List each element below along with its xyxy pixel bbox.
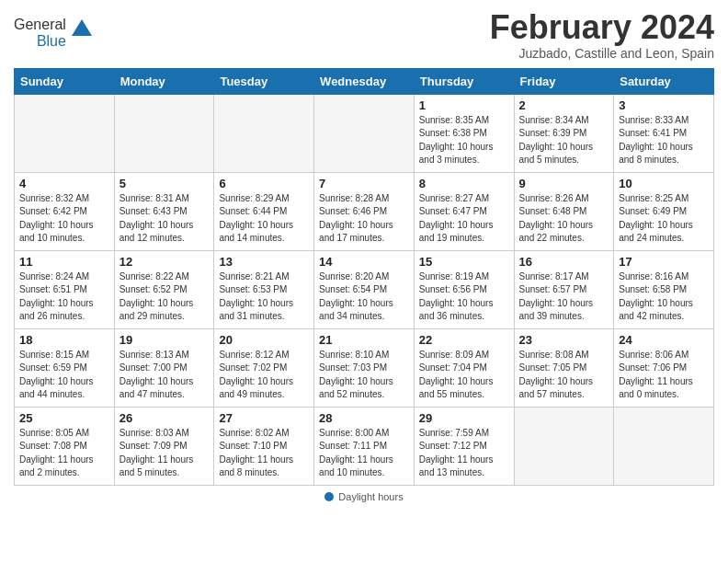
- day-cell-12: 12Sunrise: 8:22 AM Sunset: 6:52 PM Dayli…: [114, 250, 214, 328]
- day-number: 7: [319, 177, 409, 190]
- week-row-4: 18Sunrise: 8:15 AM Sunset: 6:59 PM Dayli…: [15, 328, 714, 407]
- day-number: 12: [119, 255, 210, 269]
- logo-blue-text: Blue: [37, 33, 66, 50]
- day-number: 9: [519, 177, 609, 190]
- day-info: Sunrise: 8:25 AM Sunset: 6:49 PM Dayligh…: [619, 192, 709, 246]
- empty-cell: [114, 94, 214, 172]
- day-info: Sunrise: 8:05 AM Sunset: 7:08 PM Dayligh…: [19, 427, 109, 480]
- day-cell-1: 1Sunrise: 8:35 AM Sunset: 6:38 PM Daylig…: [414, 94, 514, 172]
- day-cell-9: 9Sunrise: 8:26 AM Sunset: 6:48 PM Daylig…: [514, 172, 614, 250]
- daylight-legend: Daylight hours: [324, 491, 403, 502]
- day-number: 11: [19, 255, 109, 269]
- day-cell-22: 22Sunrise: 8:09 AM Sunset: 7:04 PM Dayli…: [414, 328, 514, 407]
- day-cell-13: 13Sunrise: 8:21 AM Sunset: 6:53 PM Dayli…: [214, 250, 314, 328]
- header: General Blue February 2024 Juzbado, Cast…: [14, 9, 714, 61]
- day-info: Sunrise: 8:00 AM Sunset: 7:11 PM Dayligh…: [319, 427, 409, 480]
- day-number: 21: [319, 333, 409, 347]
- day-cell-20: 20Sunrise: 8:12 AM Sunset: 7:02 PM Dayli…: [214, 328, 314, 407]
- weekday-header-monday: Monday: [114, 68, 214, 94]
- week-row-3: 11Sunrise: 8:24 AM Sunset: 6:51 PM Dayli…: [15, 250, 714, 328]
- day-cell-28: 28Sunrise: 8:00 AM Sunset: 7:11 PM Dayli…: [314, 407, 415, 485]
- day-info: Sunrise: 8:12 AM Sunset: 7:02 PM Dayligh…: [219, 349, 309, 402]
- day-info: Sunrise: 8:26 AM Sunset: 6:48 PM Dayligh…: [519, 192, 609, 246]
- empty-cell: [514, 407, 614, 485]
- day-cell-27: 27Sunrise: 8:02 AM Sunset: 7:10 PM Dayli…: [214, 407, 314, 485]
- day-cell-24: 24Sunrise: 8:06 AM Sunset: 7:06 PM Dayli…: [614, 328, 714, 407]
- day-info: Sunrise: 8:02 AM Sunset: 7:10 PM Dayligh…: [219, 427, 309, 480]
- day-number: 2: [519, 98, 609, 112]
- day-info: Sunrise: 8:22 AM Sunset: 6:52 PM Dayligh…: [119, 270, 210, 324]
- day-cell-2: 2Sunrise: 8:34 AM Sunset: 6:39 PM Daylig…: [514, 94, 614, 172]
- weekday-header-saturday: Saturday: [614, 68, 714, 94]
- day-info: Sunrise: 8:24 AM Sunset: 6:51 PM Dayligh…: [19, 270, 109, 324]
- day-info: Sunrise: 8:15 AM Sunset: 6:59 PM Dayligh…: [19, 349, 109, 402]
- day-cell-25: 25Sunrise: 8:05 AM Sunset: 7:08 PM Dayli…: [15, 407, 115, 485]
- day-info: Sunrise: 8:16 AM Sunset: 6:58 PM Dayligh…: [619, 270, 709, 324]
- day-number: 17: [619, 255, 709, 269]
- day-number: 23: [519, 333, 609, 347]
- day-info: Sunrise: 8:29 AM Sunset: 6:44 PM Dayligh…: [219, 192, 309, 246]
- day-cell-7: 7Sunrise: 8:28 AM Sunset: 6:46 PM Daylig…: [314, 172, 415, 250]
- svg-marker-0: [72, 19, 92, 36]
- day-cell-19: 19Sunrise: 8:13 AM Sunset: 7:00 PM Dayli…: [114, 328, 214, 407]
- day-cell-14: 14Sunrise: 8:20 AM Sunset: 6:54 PM Dayli…: [314, 250, 415, 328]
- day-cell-26: 26Sunrise: 8:03 AM Sunset: 7:09 PM Dayli…: [114, 407, 214, 485]
- day-info: Sunrise: 8:33 AM Sunset: 6:41 PM Dayligh…: [619, 114, 709, 167]
- day-cell-11: 11Sunrise: 8:24 AM Sunset: 6:51 PM Dayli…: [15, 250, 115, 328]
- page-container: General Blue February 2024 Juzbado, Cast…: [14, 9, 714, 502]
- week-row-5: 25Sunrise: 8:05 AM Sunset: 7:08 PM Dayli…: [15, 407, 714, 485]
- logo: General Blue: [14, 17, 92, 50]
- day-info: Sunrise: 7:59 AM Sunset: 7:12 PM Dayligh…: [419, 427, 509, 480]
- day-number: 10: [619, 177, 709, 190]
- weekday-header-tuesday: Tuesday: [214, 68, 314, 94]
- day-cell-29: 29Sunrise: 7:59 AM Sunset: 7:12 PM Dayli…: [414, 407, 514, 485]
- day-number: 3: [619, 98, 709, 112]
- day-number: 27: [219, 411, 309, 425]
- day-info: Sunrise: 8:13 AM Sunset: 7:00 PM Dayligh…: [119, 349, 210, 402]
- day-cell-6: 6Sunrise: 8:29 AM Sunset: 6:44 PM Daylig…: [214, 172, 314, 250]
- day-cell-21: 21Sunrise: 8:10 AM Sunset: 7:03 PM Dayli…: [314, 328, 415, 407]
- day-number: 13: [219, 255, 309, 269]
- day-cell-16: 16Sunrise: 8:17 AM Sunset: 6:57 PM Dayli…: [514, 250, 614, 328]
- day-number: 19: [119, 333, 210, 347]
- week-row-2: 4Sunrise: 8:32 AM Sunset: 6:42 PM Daylig…: [15, 172, 714, 250]
- day-cell-8: 8Sunrise: 8:27 AM Sunset: 6:47 PM Daylig…: [414, 172, 514, 250]
- day-number: 4: [19, 177, 109, 190]
- empty-cell: [214, 94, 314, 172]
- logo-general-text: General: [14, 17, 66, 33]
- day-info: Sunrise: 8:32 AM Sunset: 6:42 PM Dayligh…: [19, 192, 109, 246]
- day-info: Sunrise: 8:19 AM Sunset: 6:56 PM Dayligh…: [419, 270, 509, 324]
- location: Juzbado, Castille and Leon, Spain: [490, 46, 714, 61]
- calendar-table: SundayMondayTuesdayWednesdayThursdayFrid…: [14, 68, 714, 486]
- day-info: Sunrise: 8:34 AM Sunset: 6:39 PM Dayligh…: [519, 114, 609, 167]
- logo-icon: [72, 17, 92, 38]
- day-cell-5: 5Sunrise: 8:31 AM Sunset: 6:43 PM Daylig…: [114, 172, 214, 250]
- day-number: 22: [419, 333, 509, 347]
- day-number: 16: [519, 255, 609, 269]
- footer: Daylight hours: [14, 491, 714, 502]
- day-cell-18: 18Sunrise: 8:15 AM Sunset: 6:59 PM Dayli…: [15, 328, 115, 407]
- day-info: Sunrise: 8:20 AM Sunset: 6:54 PM Dayligh…: [319, 270, 409, 324]
- weekday-header-friday: Friday: [514, 68, 614, 94]
- day-info: Sunrise: 8:10 AM Sunset: 7:03 PM Dayligh…: [319, 349, 409, 402]
- day-number: 5: [119, 177, 210, 190]
- day-number: 25: [19, 411, 109, 425]
- day-cell-3: 3Sunrise: 8:33 AM Sunset: 6:41 PM Daylig…: [614, 94, 714, 172]
- day-info: Sunrise: 8:27 AM Sunset: 6:47 PM Dayligh…: [419, 192, 509, 246]
- day-cell-15: 15Sunrise: 8:19 AM Sunset: 6:56 PM Dayli…: [414, 250, 514, 328]
- day-number: 18: [19, 333, 109, 347]
- day-number: 15: [419, 255, 509, 269]
- title-area: February 2024 Juzbado, Castille and Leon…: [490, 9, 714, 61]
- day-info: Sunrise: 8:35 AM Sunset: 6:38 PM Dayligh…: [419, 114, 509, 167]
- day-number: 6: [219, 177, 309, 190]
- day-number: 1: [419, 98, 509, 112]
- day-number: 20: [219, 333, 309, 347]
- day-cell-23: 23Sunrise: 8:08 AM Sunset: 7:05 PM Dayli…: [514, 328, 614, 407]
- weekday-header-wednesday: Wednesday: [314, 68, 415, 94]
- day-cell-4: 4Sunrise: 8:32 AM Sunset: 6:42 PM Daylig…: [15, 172, 115, 250]
- day-number: 14: [319, 255, 409, 269]
- day-info: Sunrise: 8:09 AM Sunset: 7:04 PM Dayligh…: [419, 349, 509, 402]
- day-number: 28: [319, 411, 409, 425]
- daylight-dot: [324, 492, 334, 501]
- empty-cell: [314, 94, 415, 172]
